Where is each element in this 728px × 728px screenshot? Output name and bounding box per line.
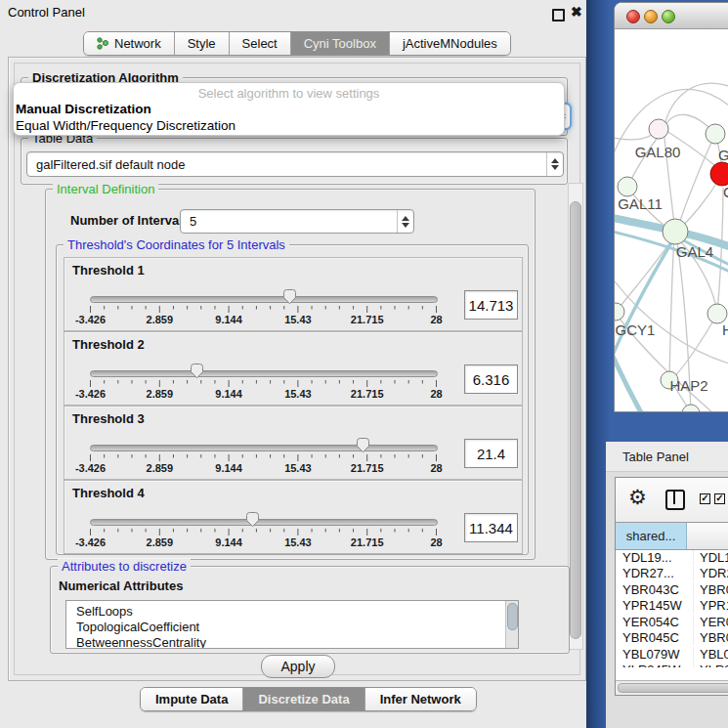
threshold-label: Threshold 2: [72, 337, 145, 352]
list-scrollbar[interactable]: [505, 601, 518, 648]
table-row[interactable]: YBL079WYBL0: [616, 646, 728, 663]
node-gcy1[interactable]: [615, 303, 624, 321]
tab-impute-data[interactable]: Impute Data: [141, 688, 243, 710]
tab-infer-network[interactable]: Infer Network: [365, 688, 476, 710]
shared-name-cell[interactable]: YBL079W: [616, 647, 694, 662]
table-row[interactable]: YPR145WYPR1: [616, 598, 728, 615]
threshold-slider-track[interactable]: [90, 445, 438, 451]
zoom-traffic-light-icon[interactable]: [662, 10, 675, 23]
column-header-name[interactable]: na: [687, 523, 728, 549]
threshold-slider-track[interactable]: [90, 296, 438, 303]
tab-network[interactable]: Network: [84, 32, 175, 55]
slider-tick-label: 9.144: [215, 462, 242, 474]
threshold-slider-track[interactable]: [90, 519, 438, 526]
threshold-value-input[interactable]: 11.344: [464, 513, 518, 542]
shared-name-cell[interactable]: YER054C: [616, 615, 694, 629]
hscrollbar-thumb[interactable]: [618, 683, 728, 693]
name-cell[interactable]: YBR0: [694, 630, 728, 645]
close-icon[interactable]: ✖: [571, 4, 582, 20]
table-row[interactable]: YBR045CYBR0: [616, 630, 728, 647]
threshold-panel-1: Threshold 1-3.4262.8599.14415.4321.71528…: [64, 257, 523, 331]
float-window-icon[interactable]: [552, 9, 565, 21]
network-view-window: GAL80GACGAL11GAL4GCY1HHAP2: [614, 2, 728, 412]
table-row[interactable]: YBR043CYBR0: [616, 581, 728, 598]
number-of-intervals-combobox[interactable]: 5: [180, 209, 414, 234]
list-scrollbar-thumb[interactable]: [507, 603, 518, 630]
node-gal11[interactable]: [618, 177, 637, 196]
network-canvas[interactable]: GAL80GACGAL11GAL4GCY1HHAP2: [615, 29, 728, 412]
node-right-h[interactable]: [707, 304, 727, 323]
threshold-slider-thumb[interactable]: [190, 363, 204, 379]
shared-name-cell[interactable]: YBR043C: [616, 582, 694, 597]
select-all-checkbox-icon[interactable]: ✓: [700, 493, 710, 504]
shared-name-cell[interactable]: YDL19...: [616, 550, 694, 565]
threshold-panel-2: Threshold 2-3.4262.8599.14415.4321.71528…: [64, 331, 523, 406]
network-icon: [97, 37, 109, 50]
cyni-toolbox-panel: Discretization Algorithm Table Data galF…: [8, 57, 586, 681]
column-header-shared-name[interactable]: shared...: [616, 523, 687, 549]
tab-label: Select: [242, 36, 278, 51]
node-red[interactable]: [710, 162, 728, 186]
tab-style[interactable]: Style: [175, 32, 230, 55]
close-traffic-light-icon[interactable]: [626, 10, 640, 23]
threshold-slider-thumb[interactable]: [282, 288, 297, 305]
network-edge: [717, 188, 723, 312]
shared-name-cell[interactable]: YBR045C: [616, 630, 694, 645]
columns-icon[interactable]: [665, 490, 685, 510]
name-cell[interactable]: YDL1: [694, 550, 728, 565]
numerical-attributes-list[interactable]: SelfLoopsTopologicalCoefficientBetweenne…: [65, 600, 519, 649]
algorithm-dropdown-popup: Select algorithm to view settings Manual…: [13, 82, 565, 136]
node-gal80[interactable]: [649, 119, 668, 139]
shared-name-cell[interactable]: YPR145W: [616, 598, 694, 613]
node-gal4[interactable]: [663, 219, 688, 244]
name-cell[interactable]: YLR3: [694, 663, 728, 667]
slider-tick-label: -3.426: [75, 388, 106, 400]
table-horizontal-scrollbar[interactable]: [616, 680, 728, 695]
threshold-value-input[interactable]: 21.4: [464, 439, 518, 468]
interval-definition-group: Interval Definition Number of Intervals …: [45, 189, 535, 560]
algorithm-option-manual[interactable]: Manual Discretization: [14, 101, 564, 117]
table-data-combobox[interactable]: galFiltered.sif default node: [26, 151, 564, 177]
number-of-intervals-stepper[interactable]: [397, 210, 413, 233]
attributes-legend: Attributes to discretize: [58, 559, 191, 574]
node-bottom[interactable]: [682, 405, 700, 412]
node-label: C: [723, 184, 728, 200]
shared-name-cell[interactable]: YLR345W: [616, 663, 694, 667]
threshold-value-input[interactable]: 14.713: [464, 290, 518, 320]
table-row[interactable]: YLR345WYLR3: [616, 663, 728, 668]
name-cell[interactable]: YDR2: [694, 566, 728, 580]
threshold-slider-thumb[interactable]: [245, 511, 260, 528]
name-cell[interactable]: YBL0: [694, 647, 728, 662]
table-data-stepper[interactable]: [546, 152, 563, 176]
shared-name-cell[interactable]: YDR27...: [616, 566, 694, 580]
table-row[interactable]: YER054CYER0: [616, 614, 728, 630]
tab-jactivemnodules[interactable]: jActiveMNodules: [390, 32, 510, 55]
tab-select[interactable]: Select: [230, 32, 291, 55]
control-panel-window: Control Panel ✖ NetworkStyleSelectCyni T…: [0, 0, 586, 728]
table-row[interactable]: YDL19...YDL1: [616, 549, 728, 566]
name-cell[interactable]: YPR1: [694, 598, 728, 613]
gear-icon[interactable]: ⚙: [628, 486, 647, 509]
threshold-slider-thumb[interactable]: [356, 437, 370, 453]
threshold-value-input[interactable]: 6.316: [464, 364, 518, 394]
slider-tick-label: -3.426: [75, 314, 106, 325]
slider-tick-label: 21.715: [351, 314, 384, 325]
attribute-list-item[interactable]: TopologicalCoefficient: [66, 620, 518, 635]
apply-button[interactable]: Apply: [261, 655, 335, 678]
minimize-traffic-light-icon[interactable]: [644, 10, 658, 23]
network-edge: [673, 316, 716, 378]
name-cell[interactable]: YER0: [694, 615, 728, 629]
threshold-slider-track[interactable]: [90, 370, 438, 377]
select-none-checkbox-icon[interactable]: ✓: [714, 493, 725, 504]
table-row[interactable]: YDR27...YDR2: [616, 566, 728, 582]
tab-cyni-toolbox[interactable]: Cyni Toolbox: [291, 32, 390, 55]
panel-vertical-scrollbar[interactable]: [568, 183, 583, 650]
tab-discretize-data[interactable]: Discretize Data: [243, 688, 364, 710]
attribute-list-item[interactable]: BetweennessCentrality: [66, 635, 518, 649]
algorithm-option-equal-width[interactable]: Equal Width/Frequency Discretization: [14, 117, 564, 134]
attribute-list-item[interactable]: SelfLoops: [66, 601, 518, 620]
node-top-right[interactable]: [706, 124, 725, 144]
name-cell[interactable]: YBR0: [694, 582, 728, 597]
scrollbar-thumb[interactable]: [570, 201, 581, 639]
slider-tick-label: 2.859: [147, 462, 174, 474]
